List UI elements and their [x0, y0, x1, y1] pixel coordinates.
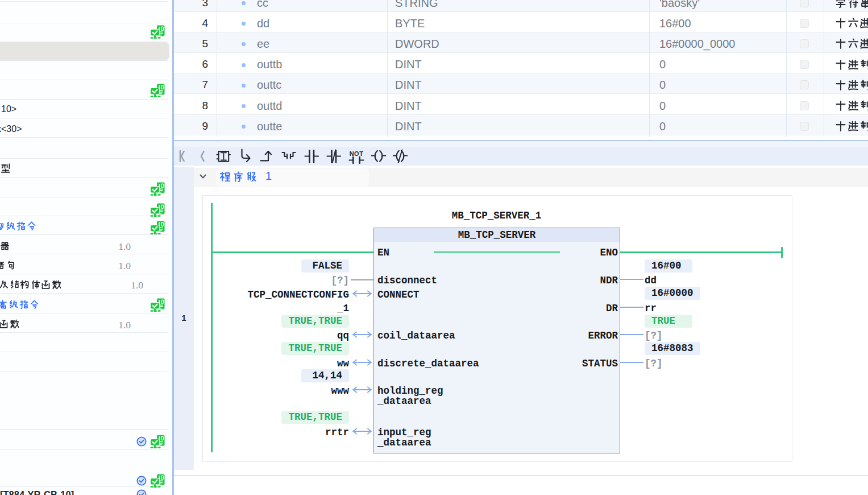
- svg-text:NOT: NOT: [350, 150, 364, 157]
